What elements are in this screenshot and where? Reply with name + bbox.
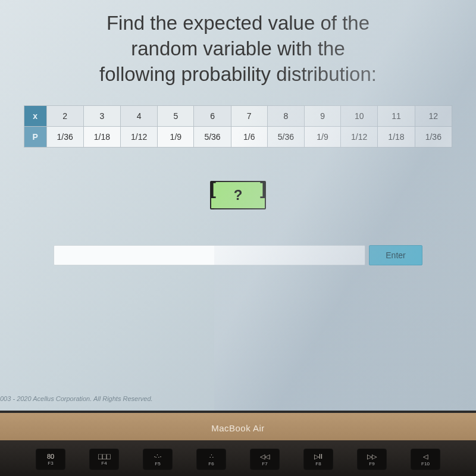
x-cell: 8: [267, 105, 304, 126]
probability-table: x 2 3 4 5 6 7 8 9 10 11 12 P 1/36 1/18 1…: [24, 105, 452, 148]
x-cell: 10: [341, 105, 378, 126]
answer-placeholder-box: [ ? ]: [210, 181, 266, 209]
function-key: ◁F10: [411, 449, 440, 470]
x-cell: 7: [231, 105, 267, 126]
question-line-3: following probability distribution:: [0, 62, 476, 87]
function-key: ▷▷F9: [357, 449, 387, 470]
x-cell: 11: [378, 105, 415, 126]
table-row-x: x 2 3 4 5 6 7 8 9 10 11 12: [24, 105, 452, 126]
function-key: ⎕⎕⎕F4: [89, 449, 119, 470]
function-key: ∴F6: [196, 449, 226, 470]
x-cell: 9: [305, 105, 341, 126]
x-cell: 5: [158, 105, 194, 126]
answer-input[interactable]: [54, 245, 365, 265]
p-header: P: [24, 126, 47, 147]
question-line-2: random variable with the: [0, 36, 476, 62]
p-cell: 1/18: [378, 126, 415, 147]
answer-placeholder-text: ?: [234, 187, 243, 203]
function-key: ·∴·F5: [143, 449, 173, 470]
p-cell: 1/36: [415, 126, 452, 147]
p-cell: 1/9: [158, 126, 194, 147]
p-cell: 1/36: [46, 126, 83, 147]
bracket-right-icon: ]: [260, 178, 266, 199]
function-key: ▷IIF8: [303, 449, 333, 470]
function-key: 80F3: [36, 449, 65, 470]
function-key: ◁◁F7: [250, 449, 280, 470]
p-cell: 5/36: [194, 126, 231, 147]
p-cell: 1/6: [231, 126, 267, 147]
x-cell: 6: [194, 105, 231, 126]
table-row-p: P 1/36 1/18 1/12 1/9 5/36 1/6 5/36 1/9 1…: [24, 126, 452, 147]
x-header: x: [24, 105, 47, 126]
copyright-text: 003 - 2020 Acellus Corporation. All Righ…: [0, 395, 153, 402]
question-line-1: Find the expected value of the: [0, 11, 476, 36]
question-prompt: Find the expected value of the random va…: [0, 11, 476, 87]
x-cell: 2: [46, 105, 83, 126]
keyboard-strip: 80F3 ⎕⎕⎕F4 ·∴·F5 ∴F6 ◁◁F7 ▷IIF8 ▷▷F9 ◁F1…: [0, 440, 476, 476]
bezel-label: MacBook Air: [211, 423, 265, 433]
p-cell: 5/36: [267, 126, 304, 147]
x-cell: 12: [415, 105, 452, 126]
laptop-bezel: MacBook Air: [0, 411, 476, 443]
enter-button[interactable]: Enter: [369, 245, 422, 265]
p-cell: 1/12: [121, 126, 158, 147]
x-cell: 4: [121, 105, 158, 126]
p-cell: 1/9: [305, 126, 341, 147]
p-cell: 1/18: [83, 126, 120, 147]
bracket-left-icon: [: [210, 178, 216, 199]
x-cell: 3: [83, 105, 120, 126]
p-cell: 1/12: [341, 126, 378, 147]
